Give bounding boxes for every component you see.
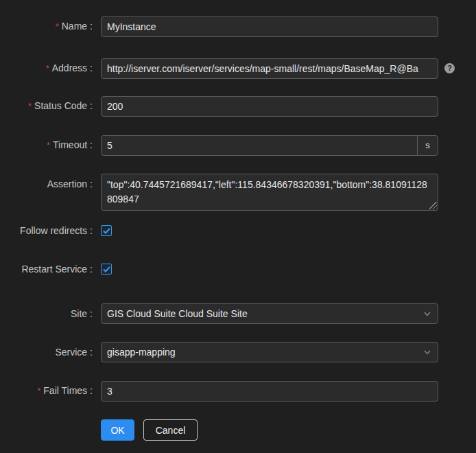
required-marker: * <box>46 63 49 73</box>
timeout-label: *Timeout: <box>0 135 93 156</box>
label-colon: : <box>90 264 93 275</box>
action-buttons-row: OK Cancel <box>101 419 476 441</box>
service-selected-value: gisapp-mapping <box>107 347 176 358</box>
required-marker: * <box>28 101 32 111</box>
fail-times-field-row: *Fail Times: <box>0 380 476 402</box>
status-code-control <box>101 96 438 117</box>
site-selected-value: GIS Cloud Suite Cloud Suite Site <box>107 308 248 319</box>
service-label-text: Service <box>55 347 87 358</box>
label-colon: : <box>90 225 93 236</box>
site-label-text: Site <box>71 308 87 319</box>
restart-service-label-text: Restart Service <box>21 264 87 275</box>
site-label: Site: <box>0 303 93 324</box>
service-control: gisapp-mapping <box>101 342 438 362</box>
name-field-row: *Name: <box>0 16 476 37</box>
assertion-label-text: Assertion <box>47 178 87 189</box>
resize-handle[interactable] <box>429 202 437 209</box>
site-control: GIS Cloud Suite Cloud Suite Site <box>101 303 438 324</box>
restart-service-checkbox[interactable] <box>101 264 112 275</box>
label-colon: : <box>90 139 93 150</box>
fail-times-label-text: Fail Times <box>43 385 87 396</box>
address-input[interactable] <box>101 58 438 79</box>
follow-redirects-label-text: Follow redirects <box>20 225 87 236</box>
cancel-button[interactable]: Cancel <box>143 419 198 441</box>
address-control <box>101 58 438 79</box>
site-select[interactable]: GIS Cloud Suite Cloud Suite Site <box>101 303 438 324</box>
follow-redirects-label: Follow redirects: <box>0 225 93 236</box>
fail-times-control <box>101 381 438 402</box>
checkmark-icon <box>103 266 110 272</box>
restart-service-label: Restart Service: <box>0 264 93 275</box>
status-code-field-row: *Status Code: <box>0 95 476 117</box>
label-colon: : <box>90 21 93 32</box>
timeout-unit-suffix: s <box>417 136 438 155</box>
assertion-textarea[interactable]: "top":40.7445721689417,"left":115.843466… <box>101 174 438 211</box>
address-field-row: *Address: ? <box>0 58 476 79</box>
label-colon: : <box>90 178 93 189</box>
label-colon: : <box>90 100 93 111</box>
service-label: Service: <box>0 342 93 362</box>
required-marker: * <box>37 386 40 396</box>
label-colon: : <box>90 308 93 319</box>
address-label: *Address: <box>0 58 93 79</box>
monitor-config-form: *Name: *Address: ? *Status Code: *Timeou… <box>0 0 476 441</box>
name-label: *Name: <box>0 16 93 37</box>
required-marker: * <box>47 140 50 150</box>
status-code-label: *Status Code: <box>0 95 93 117</box>
ok-button[interactable]: OK <box>101 419 134 441</box>
label-colon: : <box>90 385 93 396</box>
required-marker: * <box>56 21 59 32</box>
address-label-text: Address <box>52 62 87 73</box>
timeout-label-text: Timeout <box>53 139 87 150</box>
name-control <box>101 16 438 37</box>
timeout-field-row: *Timeout: s <box>0 135 476 156</box>
chevron-down-icon <box>423 310 431 318</box>
timeout-control: s <box>101 135 438 156</box>
assertion-field-row: Assertion: "top":40.7445721689417,"left"… <box>0 174 476 211</box>
status-code-label-text: Status Code <box>34 100 87 111</box>
service-field-row: Service: gisapp-mapping <box>0 342 476 362</box>
label-colon: : <box>90 62 93 73</box>
follow-redirects-field-row: Follow redirects: <box>0 225 476 236</box>
follow-redirects-checkbox[interactable] <box>101 225 112 236</box>
site-field-row: Site: GIS Cloud Suite Cloud Suite Site <box>0 303 476 324</box>
name-label-text: Name <box>62 21 87 32</box>
checkmark-icon <box>103 228 110 234</box>
fail-times-input[interactable] <box>101 381 438 402</box>
fail-times-label: *Fail Times: <box>0 380 93 402</box>
assertion-control: "top":40.7445721689417,"left":115.843466… <box>101 174 438 211</box>
service-select[interactable]: gisapp-mapping <box>101 342 438 362</box>
name-input[interactable] <box>101 16 438 37</box>
chevron-down-icon <box>423 348 431 356</box>
help-icon[interactable]: ? <box>444 63 455 73</box>
status-code-input[interactable] <box>101 96 438 117</box>
restart-service-field-row: Restart Service: <box>0 264 476 275</box>
timeout-input[interactable] <box>101 135 438 156</box>
label-colon: : <box>90 347 93 358</box>
assertion-label: Assertion: <box>0 174 93 194</box>
